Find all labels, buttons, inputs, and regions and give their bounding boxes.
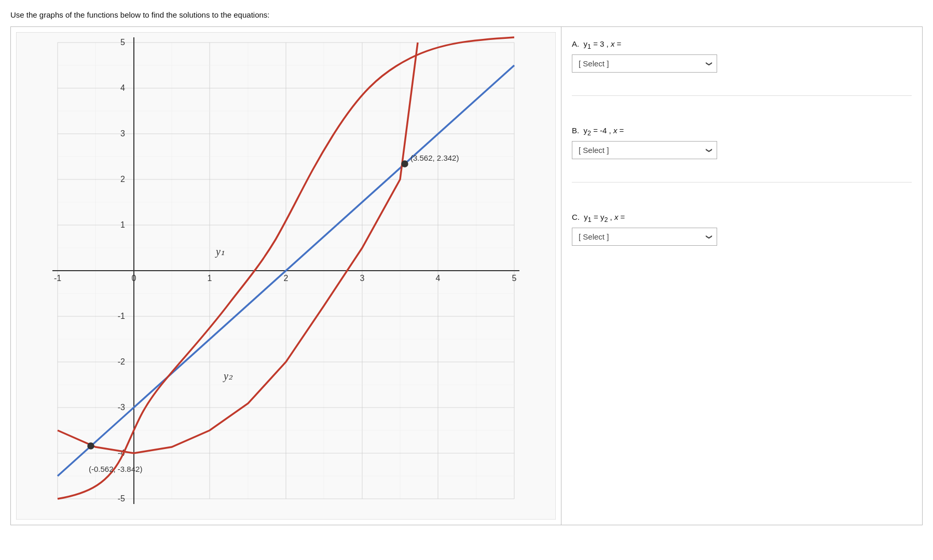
svg-text:2: 2 (284, 274, 289, 283)
graph-canvas: -1 0 1 2 3 4 5 5 4 3 2 1 -1 -2 -3 -4 -5 (16, 32, 556, 520)
svg-text:1: 1 (120, 220, 125, 229)
svg-point-57 (402, 161, 408, 167)
answer-c-text: C. y1 = y2 , x = (572, 213, 625, 221)
answer-b-select[interactable]: [ Select ] -0.562 0 0.562 3.562 (572, 141, 717, 159)
svg-text:-1: -1 (118, 312, 125, 320)
answers-panel: A. y1 = 3 , x = [ Select ] -0.562 0.562 … (561, 27, 922, 525)
svg-text:-3: -3 (118, 403, 125, 412)
answer-group-c: C. y1 = y2 , x = [ Select ] -0.562 3.562… (572, 213, 912, 246)
answer-label-c: C. y1 = y2 , x = (572, 213, 912, 223)
answer-b-select-wrapper: [ Select ] -0.562 0 0.562 3.562 (572, 141, 717, 159)
svg-text:2: 2 (120, 175, 125, 184)
answer-c-select[interactable]: [ Select ] -0.562 3.562 -0.562 and 3.562… (572, 228, 717, 246)
answer-label-b: B. y2 = -4 , x = (572, 126, 912, 137)
svg-text:-5: -5 (118, 494, 125, 503)
answer-b-text: B. y2 = -4 , x = (572, 126, 624, 135)
answer-a-select-wrapper: [ Select ] -0.562 0.562 3.562 -3.562 (572, 54, 717, 73)
svg-text:5: 5 (120, 38, 125, 47)
instructions: Use the graphs of the functions below to… (10, 10, 923, 19)
answer-group-b: B. y2 = -4 , x = [ Select ] -0.562 0 0.5… (572, 126, 912, 159)
svg-point-59 (88, 443, 94, 449)
svg-text:(-0.562, -3.842): (-0.562, -3.842) (89, 465, 142, 473)
svg-text:(3.562, 2.342): (3.562, 2.342) (410, 153, 459, 162)
svg-text:y₁: y₁ (215, 246, 225, 258)
svg-text:-2: -2 (118, 357, 125, 366)
answer-label-a: A. y1 = 3 , x = (572, 39, 912, 50)
svg-text:3: 3 (120, 129, 125, 138)
answer-c-select-wrapper: [ Select ] -0.562 3.562 -0.562 and 3.562… (572, 228, 717, 246)
svg-text:0: 0 (132, 274, 136, 283)
svg-text:y₂: y₂ (223, 370, 233, 382)
answer-a-select[interactable]: [ Select ] -0.562 0.562 3.562 -3.562 (572, 54, 717, 73)
svg-text:4: 4 (436, 274, 441, 283)
answer-group-a: A. y1 = 3 , x = [ Select ] -0.562 0.562 … (572, 39, 912, 73)
main-container: -1 0 1 2 3 4 5 5 4 3 2 1 -1 -2 -3 -4 -5 (10, 26, 923, 525)
graph-area: -1 0 1 2 3 4 5 5 4 3 2 1 -1 -2 -3 -4 -5 (11, 27, 561, 525)
svg-text:5: 5 (512, 274, 517, 283)
svg-text:4: 4 (120, 83, 125, 92)
divider-1 (572, 95, 912, 96)
svg-text:3: 3 (360, 274, 365, 283)
graph-svg: -1 0 1 2 3 4 5 5 4 3 2 1 -1 -2 -3 -4 -5 (16, 32, 556, 520)
answer-a-text: A. y1 = 3 , x = (572, 39, 621, 48)
svg-text:-1: -1 (54, 274, 61, 283)
divider-2 (572, 182, 912, 183)
svg-text:1: 1 (208, 274, 212, 283)
